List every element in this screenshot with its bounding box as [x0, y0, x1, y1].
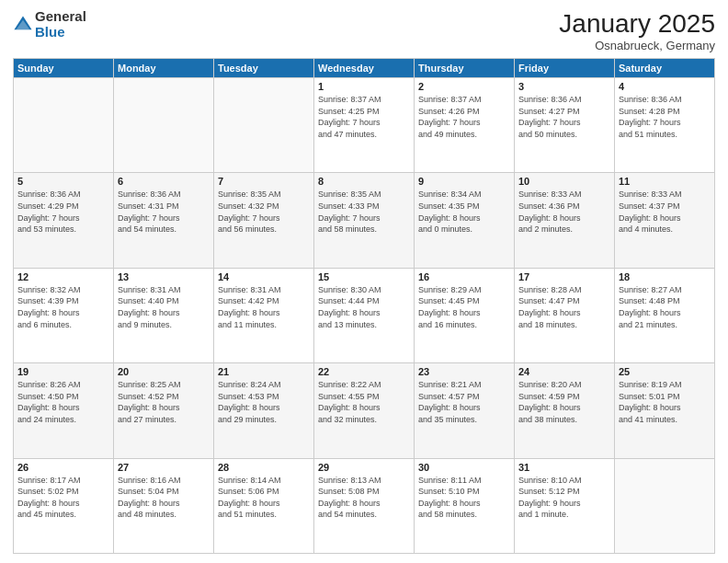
day-info: Sunrise: 8:30 AM Sunset: 4:44 PM Dayligh… [318, 284, 410, 330]
day-number: 2 [418, 81, 510, 92]
calendar-cell: 14Sunrise: 8:31 AM Sunset: 4:42 PM Dayli… [214, 268, 314, 362]
day-info: Sunrise: 8:36 AM Sunset: 4:28 PM Dayligh… [619, 94, 711, 140]
location: Osnabrueck, Germany [559, 39, 715, 52]
day-number: 16 [418, 271, 510, 282]
day-info: Sunrise: 8:21 AM Sunset: 4:57 PM Dayligh… [418, 379, 510, 425]
logo-general: General [35, 9, 86, 25]
calendar-cell: 26Sunrise: 8:17 AM Sunset: 5:02 PM Dayli… [14, 458, 114, 553]
day-info: Sunrise: 8:17 AM Sunset: 5:02 PM Dayligh… [17, 475, 109, 521]
calendar-cell: 8Sunrise: 8:35 AM Sunset: 4:33 PM Daylig… [314, 173, 415, 268]
day-number: 9 [418, 176, 510, 187]
logo-text: General Blue [35, 9, 86, 40]
day-number: 15 [318, 271, 410, 282]
calendar-cell: 18Sunrise: 8:27 AM Sunset: 4:48 PM Dayli… [615, 268, 715, 362]
page: General Blue January 2025 Osnabrueck, Ge… [0, 0, 728, 563]
calendar-cell [114, 78, 214, 173]
day-number: 18 [619, 271, 711, 282]
day-number: 17 [518, 271, 610, 282]
calendar-week-row: 26Sunrise: 8:17 AM Sunset: 5:02 PM Dayli… [14, 458, 715, 553]
calendar-table: SundayMondayTuesdayWednesdayThursdayFrid… [13, 58, 715, 554]
calendar-cell: 24Sunrise: 8:20 AM Sunset: 4:59 PM Dayli… [515, 363, 615, 458]
calendar-header-tuesday: Tuesday [214, 59, 314, 78]
day-number: 30 [418, 462, 510, 473]
day-number: 19 [17, 366, 109, 377]
calendar-cell [615, 458, 715, 553]
day-info: Sunrise: 8:19 AM Sunset: 5:01 PM Dayligh… [619, 379, 711, 425]
calendar-header-saturday: Saturday [615, 59, 715, 78]
calendar-cell: 1Sunrise: 8:37 AM Sunset: 4:25 PM Daylig… [314, 78, 415, 173]
calendar-cell: 31Sunrise: 8:10 AM Sunset: 5:12 PM Dayli… [515, 458, 615, 553]
day-info: Sunrise: 8:28 AM Sunset: 4:47 PM Dayligh… [518, 284, 610, 330]
day-number: 29 [318, 462, 410, 473]
day-info: Sunrise: 8:34 AM Sunset: 4:35 PM Dayligh… [418, 189, 510, 235]
calendar-cell: 16Sunrise: 8:29 AM Sunset: 4:45 PM Dayli… [415, 268, 515, 362]
day-info: Sunrise: 8:33 AM Sunset: 4:36 PM Dayligh… [518, 189, 610, 235]
calendar-cell: 17Sunrise: 8:28 AM Sunset: 4:47 PM Dayli… [515, 268, 615, 362]
day-info: Sunrise: 8:36 AM Sunset: 4:31 PM Dayligh… [118, 189, 210, 235]
day-info: Sunrise: 8:35 AM Sunset: 4:32 PM Dayligh… [218, 189, 310, 235]
day-number: 1 [318, 81, 410, 92]
calendar-cell: 5Sunrise: 8:36 AM Sunset: 4:29 PM Daylig… [14, 173, 114, 268]
calendar-cell: 28Sunrise: 8:14 AM Sunset: 5:06 PM Dayli… [214, 458, 314, 553]
calendar-week-row: 12Sunrise: 8:32 AM Sunset: 4:39 PM Dayli… [14, 268, 715, 362]
calendar-cell: 6Sunrise: 8:36 AM Sunset: 4:31 PM Daylig… [114, 173, 214, 268]
calendar-cell: 22Sunrise: 8:22 AM Sunset: 4:55 PM Dayli… [314, 363, 415, 458]
day-number: 12 [17, 271, 109, 282]
day-info: Sunrise: 8:32 AM Sunset: 4:39 PM Dayligh… [17, 284, 109, 330]
day-info: Sunrise: 8:20 AM Sunset: 4:59 PM Dayligh… [518, 379, 610, 425]
day-info: Sunrise: 8:16 AM Sunset: 5:04 PM Dayligh… [118, 475, 210, 521]
calendar-header-friday: Friday [515, 59, 615, 78]
calendar-cell: 12Sunrise: 8:32 AM Sunset: 4:39 PM Dayli… [14, 268, 114, 362]
calendar-cell: 13Sunrise: 8:31 AM Sunset: 4:40 PM Dayli… [114, 268, 214, 362]
calendar-cell: 19Sunrise: 8:26 AM Sunset: 4:50 PM Dayli… [14, 363, 114, 458]
day-info: Sunrise: 8:31 AM Sunset: 4:40 PM Dayligh… [118, 284, 210, 330]
calendar-cell: 30Sunrise: 8:11 AM Sunset: 5:10 PM Dayli… [415, 458, 515, 553]
day-number: 26 [17, 462, 109, 473]
day-info: Sunrise: 8:22 AM Sunset: 4:55 PM Dayligh… [318, 379, 410, 425]
calendar-cell: 21Sunrise: 8:24 AM Sunset: 4:53 PM Dayli… [214, 363, 314, 458]
calendar-cell: 27Sunrise: 8:16 AM Sunset: 5:04 PM Dayli… [114, 458, 214, 553]
day-number: 21 [218, 366, 310, 377]
calendar-header-wednesday: Wednesday [314, 59, 415, 78]
day-info: Sunrise: 8:36 AM Sunset: 4:27 PM Dayligh… [518, 94, 610, 140]
day-number: 4 [619, 81, 711, 92]
day-info: Sunrise: 8:10 AM Sunset: 5:12 PM Dayligh… [518, 475, 610, 521]
calendar-cell: 23Sunrise: 8:21 AM Sunset: 4:57 PM Dayli… [415, 363, 515, 458]
calendar-header-row: SundayMondayTuesdayWednesdayThursdayFrid… [14, 59, 715, 78]
calendar-cell: 3Sunrise: 8:36 AM Sunset: 4:27 PM Daylig… [515, 78, 615, 173]
day-info: Sunrise: 8:37 AM Sunset: 4:26 PM Dayligh… [418, 94, 510, 140]
day-info: Sunrise: 8:26 AM Sunset: 4:50 PM Dayligh… [17, 379, 109, 425]
day-number: 23 [418, 366, 510, 377]
day-number: 28 [218, 462, 310, 473]
title-block: January 2025 Osnabrueck, Germany [559, 9, 715, 52]
day-info: Sunrise: 8:36 AM Sunset: 4:29 PM Dayligh… [17, 189, 109, 235]
day-number: 25 [619, 366, 711, 377]
day-info: Sunrise: 8:37 AM Sunset: 4:25 PM Dayligh… [318, 94, 410, 140]
day-number: 14 [218, 271, 310, 282]
day-info: Sunrise: 8:13 AM Sunset: 5:08 PM Dayligh… [318, 475, 410, 521]
day-info: Sunrise: 8:29 AM Sunset: 4:45 PM Dayligh… [418, 284, 510, 330]
day-number: 8 [318, 176, 410, 187]
day-info: Sunrise: 8:24 AM Sunset: 4:53 PM Dayligh… [218, 379, 310, 425]
day-number: 6 [118, 176, 210, 187]
calendar-cell [214, 78, 314, 173]
logo-icon [13, 15, 33, 35]
calendar-cell [14, 78, 114, 173]
day-info: Sunrise: 8:11 AM Sunset: 5:10 PM Dayligh… [418, 475, 510, 521]
calendar-cell: 25Sunrise: 8:19 AM Sunset: 5:01 PM Dayli… [615, 363, 715, 458]
day-number: 13 [118, 271, 210, 282]
calendar-week-row: 19Sunrise: 8:26 AM Sunset: 4:50 PM Dayli… [14, 363, 715, 458]
calendar-week-row: 5Sunrise: 8:36 AM Sunset: 4:29 PM Daylig… [14, 173, 715, 268]
day-number: 11 [619, 176, 711, 187]
day-info: Sunrise: 8:33 AM Sunset: 4:37 PM Dayligh… [619, 189, 711, 235]
day-number: 5 [17, 176, 109, 187]
logo-blue: Blue [35, 25, 86, 40]
day-info: Sunrise: 8:27 AM Sunset: 4:48 PM Dayligh… [619, 284, 711, 330]
day-info: Sunrise: 8:25 AM Sunset: 4:52 PM Dayligh… [118, 379, 210, 425]
calendar-cell: 7Sunrise: 8:35 AM Sunset: 4:32 PM Daylig… [214, 173, 314, 268]
calendar-cell: 4Sunrise: 8:36 AM Sunset: 4:28 PM Daylig… [615, 78, 715, 173]
calendar-header-thursday: Thursday [415, 59, 515, 78]
calendar-cell: 10Sunrise: 8:33 AM Sunset: 4:36 PM Dayli… [515, 173, 615, 268]
calendar-week-row: 1Sunrise: 8:37 AM Sunset: 4:25 PM Daylig… [14, 78, 715, 173]
month-title: January 2025 [559, 9, 715, 39]
